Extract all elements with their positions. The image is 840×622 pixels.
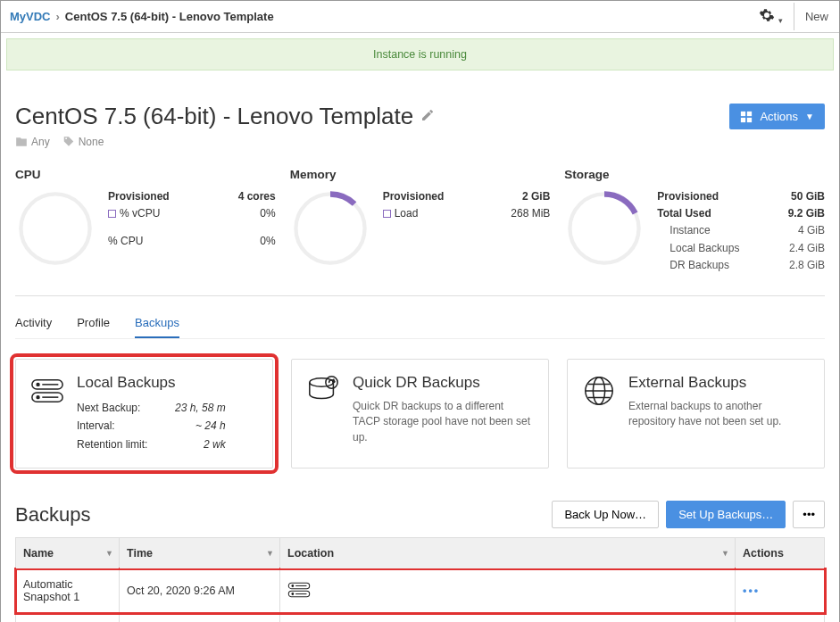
more-actions-button[interactable]: ••• — [793, 501, 825, 528]
cpu-title: CPU — [15, 168, 276, 181]
pencil-icon[interactable] — [420, 108, 435, 125]
square-icon — [383, 210, 391, 218]
row-actions-button[interactable]: ••• — [743, 585, 760, 597]
cell-name: Automatic Snapshot 1 — [16, 569, 120, 613]
globe-icon — [582, 374, 616, 411]
chevron-down-icon: ▼ — [805, 112, 814, 121]
table-row[interactable]: Initial Application Snapshot (from templ… — [16, 613, 825, 622]
svg-rect-3 — [747, 117, 752, 121]
sort-icon: ▼ — [266, 549, 274, 558]
sort-icon: ▼ — [105, 549, 113, 558]
chevron-right-icon: › — [56, 10, 60, 23]
folder-icon — [15, 136, 28, 148]
breadcrumb-root[interactable]: MyVDC — [10, 10, 51, 23]
cell-time: Oct 20, 2020 9:26 AM — [120, 569, 280, 613]
backups-table: Name▼ Time▼ Location▼ Actions Automatic … — [15, 537, 825, 622]
gear-icon[interactable]: ▾ — [759, 7, 783, 26]
square-icon — [108, 210, 116, 218]
new-button[interactable]: New — [794, 3, 839, 30]
svg-point-11 — [37, 383, 39, 386]
tag-tag[interactable]: None — [62, 136, 104, 148]
card-title: External Backups — [628, 374, 810, 392]
card-quick-dr-backups[interactable]: Quick DR Backups Quick DR backups to a d… — [291, 359, 549, 469]
sort-icon: ▼ — [721, 549, 729, 558]
cell-time: Oct 20, 2020 8:15 AM — [120, 613, 280, 622]
tab-backups[interactable]: Backups — [135, 309, 179, 338]
card-title: Local Backups — [77, 374, 226, 392]
svg-point-12 — [37, 396, 39, 399]
svg-rect-0 — [741, 111, 745, 115]
card-description: External backups to another repository h… — [628, 399, 810, 430]
storage-gauge: Storage Provisioned50 GiB Total Used9.2 … — [564, 168, 825, 274]
col-name[interactable]: Name▼ — [16, 538, 120, 569]
cell-location — [280, 569, 736, 613]
cell-name: Initial Application Snapshot (from templ… — [16, 613, 120, 622]
back-up-now-button[interactable]: Back Up Now… — [552, 501, 659, 528]
svg-point-5 — [295, 194, 364, 262]
svg-point-16 — [326, 377, 337, 388]
folder-tag[interactable]: Any — [15, 136, 50, 148]
actions-dropdown[interactable]: Actions ▼ — [729, 104, 825, 129]
stack-icon — [30, 374, 64, 411]
memory-donut — [290, 188, 370, 269]
cpu-gauge: CPU Provisioned4 cores % vCPU0% % CPU0% — [15, 168, 276, 274]
stack-icon — [287, 589, 311, 601]
card-local-backups[interactable]: Local Backups Next Backup:23 h, 58 m Int… — [15, 359, 273, 469]
card-description: Quick DR backups to a different TACP sto… — [353, 399, 534, 445]
backups-section-title: Backups — [15, 503, 90, 527]
breadcrumb-current: CentOS 7.5 (64-bit) - Lenovo Template — [65, 10, 274, 23]
disk-refresh-icon — [306, 374, 340, 411]
breadcrumb: MyVDC › CentOS 7.5 (64-bit) - Lenovo Tem… — [10, 10, 274, 23]
storage-donut — [564, 188, 645, 269]
card-title: Quick DR Backups — [353, 374, 534, 392]
memory-gauge: Memory Provisioned2 GiB Load268 MiB — [290, 168, 551, 274]
set-up-backups-button[interactable]: Set Up Backups… — [666, 501, 786, 528]
col-time[interactable]: Time▼ — [120, 538, 280, 569]
actions-label: Actions — [760, 110, 798, 123]
svg-rect-1 — [747, 111, 752, 115]
cpu-donut — [15, 188, 96, 269]
tab-profile[interactable]: Profile — [77, 309, 110, 338]
status-banner: Instance is running — [6, 38, 834, 70]
svg-point-4 — [21, 194, 89, 262]
svg-point-23 — [292, 593, 294, 594]
tag-icon — [62, 136, 75, 148]
storage-title: Storage — [564, 168, 825, 181]
col-location[interactable]: Location▼ — [280, 538, 736, 569]
svg-rect-2 — [741, 117, 745, 121]
page-title: CentOS 7.5 (64-bit) - Lenovo Template — [15, 103, 413, 130]
card-external-backups[interactable]: External Backups External backups to ano… — [567, 359, 825, 469]
tab-activity[interactable]: Activity — [15, 309, 52, 338]
memory-title: Memory — [290, 168, 551, 181]
col-actions: Actions — [736, 538, 825, 569]
svg-point-22 — [292, 585, 294, 586]
cell-location — [280, 613, 736, 622]
table-row[interactable]: Automatic Snapshot 1Oct 20, 2020 9:26 AM… — [16, 569, 825, 613]
